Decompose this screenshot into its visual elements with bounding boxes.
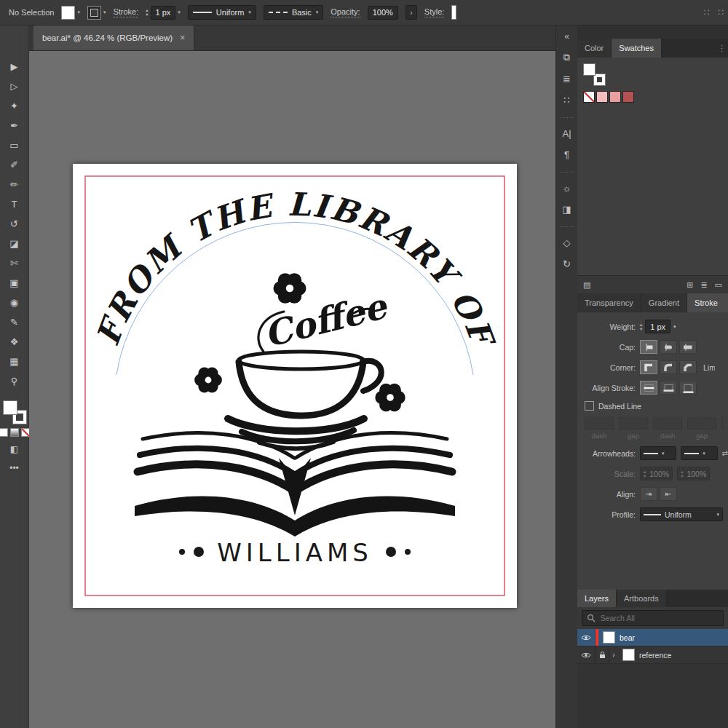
fill-indicator-icon[interactable] [583, 63, 596, 76]
swatch-folder-icon[interactable]: ▭ [715, 280, 722, 290]
tab-color[interactable]: Color [577, 39, 612, 58]
layer-row-reference[interactable]: › reference [577, 646, 728, 664]
rotate-tool[interactable]: ↺ [6, 216, 23, 231]
pencil-tool[interactable]: ✏ [6, 177, 23, 191]
layer-thumbnail[interactable] [622, 649, 635, 661]
paintbrush-tool[interactable]: ✐ [6, 157, 23, 172]
variable-width-profile-select[interactable]: Uniform ▾ [188, 5, 256, 20]
flower-left[interactable] [194, 368, 222, 393]
dash-field[interactable] [653, 417, 682, 430]
scissors-tool[interactable]: ✄ [6, 256, 23, 270]
pen-tool[interactable]: ✒ [6, 118, 23, 132]
direct-selection-tool[interactable]: ▷ [6, 79, 23, 93]
profile-select[interactable]: Uniform ▾ [640, 507, 723, 521]
chevron-down-icon[interactable]: ▾ [178, 9, 181, 15]
stepper-arrows-icon[interactable]: ▴▾ [146, 8, 148, 17]
cap-butt-button[interactable] [640, 340, 657, 354]
swatch-color[interactable] [596, 91, 608, 103]
layer-name[interactable]: bear [620, 633, 635, 642]
stroke-weight-field[interactable]: 1 px [151, 6, 176, 20]
style-label[interactable]: Style: [424, 7, 445, 17]
swatch-color[interactable] [609, 91, 621, 103]
corner-miter-button[interactable] [640, 360, 657, 374]
style-swatch[interactable] [451, 5, 456, 20]
align-stroke-center-button[interactable] [640, 381, 657, 395]
arrowhead-start-select[interactable]: ▾ [640, 446, 676, 460]
tab-stroke[interactable]: Stroke [687, 293, 728, 312]
swap-arrowheads-icon[interactable]: ⇄ [722, 449, 728, 457]
name-text[interactable]: WILLIAMS [217, 538, 373, 567]
gap-field[interactable] [687, 417, 716, 430]
arrowhead-extend-button[interactable]: ⇥ [640, 487, 657, 501]
stroke-weight-stepper[interactable]: ▴▾ 1 px ▾ [146, 6, 181, 20]
stroke-indicator-icon[interactable] [594, 74, 605, 85]
selection-tool[interactable]: ▶ [6, 59, 23, 74]
list-view-icon[interactable]: ≣ [700, 280, 707, 290]
zoom-tool[interactable]: ⚲ [6, 373, 23, 388]
tab-layers[interactable]: Layers [577, 590, 617, 607]
corner-round-button[interactable] [660, 360, 677, 374]
character-panel-icon[interactable]: A| [562, 128, 571, 139]
flower-right[interactable] [375, 384, 405, 411]
brush-definition-select[interactable]: Basic ▾ [264, 5, 323, 20]
tab-transparency[interactable]: Transparency [577, 293, 641, 312]
none-mode-icon[interactable] [21, 428, 30, 437]
layer-name[interactable]: reference [639, 651, 671, 660]
dash-field[interactable] [721, 417, 724, 430]
visibility-toggle[interactable] [577, 629, 596, 646]
align-panel-icon[interactable]: ≣ [563, 74, 571, 84]
layers-search-box[interactable] [582, 610, 724, 626]
close-icon[interactable]: × [180, 33, 185, 43]
cap-projecting-button[interactable] [679, 340, 697, 354]
arrowhead-end-select[interactable]: ▾ [681, 446, 717, 460]
screen-mode-icon[interactable]: ◧ [10, 444, 18, 454]
flower-top[interactable] [274, 273, 306, 304]
eraser-tool[interactable]: ◪ [6, 236, 23, 250]
paragraph-panel-icon[interactable]: ¶ [564, 149, 569, 160]
corner-bevel-button[interactable] [679, 360, 697, 374]
arrange-grid-icon[interactable]: ∷ [718, 7, 724, 17]
arrowhead-scale-start[interactable]: ▴▾ 100% [640, 467, 673, 480]
arrowhead-place-button[interactable]: ⇤ [660, 487, 677, 501]
gradient-mode-icon[interactable] [10, 428, 19, 437]
name-line[interactable]: WILLIAMS [179, 538, 411, 567]
transform-panel-icon[interactable]: ∷ [563, 95, 569, 106]
fill-indicator-icon[interactable] [3, 400, 17, 415]
cap-round-button[interactable] [660, 340, 677, 354]
fill-color-control[interactable]: ▾ [61, 6, 80, 20]
symbols-panel-icon[interactable]: ↻ [563, 258, 571, 269]
canvas[interactable]: FROM THE LIBRARY OF Coffee [29, 51, 555, 728]
swatches-fill-stroke-indicator[interactable] [583, 63, 605, 85]
swatch-color[interactable] [622, 91, 634, 103]
swatch-kinds-icon[interactable]: ⊞ [687, 280, 693, 290]
dash-field[interactable] [585, 417, 614, 430]
layer-thumbnail[interactable] [603, 631, 615, 644]
blend-tool[interactable]: ❖ [6, 334, 23, 349]
color-mode-icon[interactable] [0, 428, 8, 437]
opacity-label[interactable]: Opacity: [331, 7, 360, 17]
magic-wand-tool[interactable]: ✦ [6, 98, 23, 113]
collapse-dock-icon[interactable]: « [564, 31, 569, 41]
fill-stroke-indicator[interactable] [3, 400, 26, 424]
graphic-styles-panel-icon[interactable]: ◨ [562, 204, 571, 215]
swatch-libraries-icon[interactable]: ▤ [583, 280, 590, 290]
tab-gradient[interactable]: Gradient [641, 293, 687, 312]
document-tab[interactable]: bear.ai* @ 46.24 % (RGB/Preview) × [33, 25, 194, 50]
tab-swatches[interactable]: Swatches [612, 39, 662, 58]
workspace-grid-icon[interactable]: ∷ [704, 7, 710, 17]
eyedropper-tool[interactable]: ◉ [6, 295, 23, 309]
gradient-tool[interactable]: ▣ [6, 275, 23, 290]
opacity-field[interactable]: 100% [368, 6, 398, 20]
weight-field[interactable]: 1 px [645, 320, 670, 333]
libraries-panel-icon[interactable]: ⧉ [563, 52, 570, 63]
artboard[interactable]: FROM THE LIBRARY OF Coffee [73, 164, 517, 608]
expand-layer-icon[interactable]: › [609, 651, 618, 659]
dashed-line-checkbox[interactable] [585, 401, 594, 411]
lock-toggle[interactable] [596, 646, 609, 663]
align-stroke-outside-button[interactable] [679, 381, 697, 395]
3d-panel-icon[interactable]: ◇ [563, 237, 571, 248]
stroke-color-control[interactable]: ▾ [87, 6, 106, 20]
artboard-tool[interactable]: ▦ [6, 354, 23, 368]
layer-row-bear[interactable]: bear [577, 629, 728, 646]
rectangle-tool[interactable]: ▭ [6, 138, 23, 152]
